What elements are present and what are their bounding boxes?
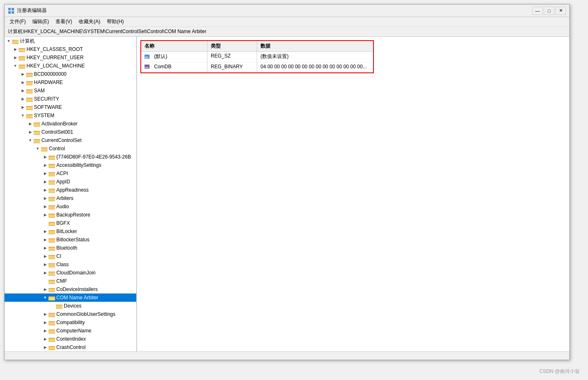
tree-node-class[interactable]: ▶ Class [5,260,136,269]
tree-node-control[interactable]: ▼ Control [5,144,136,153]
toggle-root[interactable]: ▼ [5,38,12,44]
tree-node-commonglobusersettings[interactable]: ▶ CommonGlobUserSettings [5,310,136,318]
tree-node-acpi[interactable]: ▶ ACPI [5,169,136,178]
toggle-hkcu[interactable]: ▶ [12,54,19,61]
tree-node-computername[interactable]: ▶ ComputerName [5,327,136,335]
toggle-codeviceinstallers[interactable]: ▶ [42,286,48,293]
folder-icon-control [41,146,48,152]
tree-node-bluetooth[interactable]: ▶ Bluetooth [5,244,136,252]
col-header-type[interactable]: 类型 [207,41,257,51]
tree-node-bgfx[interactable]: ▶ BGFX [5,219,136,227]
toggle-compatibility[interactable]: ▶ [42,319,48,326]
tree-node-bitlocker[interactable]: ▶ BitLocker [5,227,136,236]
toggle-appid[interactable]: ▶ [42,178,48,185]
menu-favorites[interactable]: 收藏夹(A) [75,17,104,26]
col-header-data[interactable]: 数据 [257,41,373,51]
svg-rect-54 [48,239,55,242]
svg-rect-28 [34,132,40,135]
folder-icon-codeviceinstallers [48,287,55,292]
tree-node-devices[interactable]: ▶ Devices [5,302,136,310]
toggle-audio[interactable]: ▶ [42,203,48,210]
toggle-bitlockerstatus[interactable]: ▶ [42,236,48,243]
tree-node-controlset001[interactable]: ▶ ControlSet001 [5,128,136,136]
tree-node-audio[interactable]: ▶ Audio [5,202,136,211]
toggle-hklm[interactable]: ▼ [12,63,19,69]
toggle-bcd[interactable]: ▶ [19,71,26,77]
toggle-controlset001[interactable]: ▶ [27,129,34,135]
minimize-button[interactable]: — [532,7,543,15]
toggle-contentindex[interactable]: ▶ [42,336,48,342]
tree-node-compatibility[interactable]: ▶ Compatibility [5,318,136,327]
tree-node-hardware[interactable]: ▶ HARDWARE [5,78,136,87]
toggle-sam[interactable]: ▶ [19,87,26,94]
toggle-hkcr[interactable]: ▶ [12,46,19,53]
toggle-clouddomainjoin[interactable]: ▶ [42,269,48,276]
tree-node-bcd[interactable]: ▶ BCD00000000 [5,70,136,78]
tree-node-codeviceinstallers[interactable]: ▶ CoDeviceInstallers [5,285,136,293]
tree-node-appreadiness[interactable]: ▶ AppReadiness [5,186,136,194]
tree-node-hkcr[interactable]: ▶ HKEY_CLASSES_ROOT [5,45,136,53]
toggle-software[interactable]: ▶ [19,104,26,111]
tree-node-crashcontrol[interactable]: ▶ CrashControl [5,343,136,351]
tree-node-comnamearbiter[interactable]: ▼ COM Name Arbiter [5,293,136,302]
menu-view[interactable]: 查看(V) [52,17,75,26]
toggle-class[interactable]: ▶ [42,261,48,268]
toggle-bitlocker[interactable]: ▶ [42,228,48,235]
tree-node-backuprestore[interactable]: ▶ BackupRestore [5,211,136,219]
tree-node-sam[interactable]: ▶ SAM [5,87,136,95]
toggle-hardware[interactable]: ▶ [19,79,26,86]
tree-node-system[interactable]: ▼ SYSTEM [5,111,136,120]
toggle-appreadiness[interactable]: ▶ [42,187,48,193]
tree-node-root[interactable]: ▼ 计算机 [5,37,136,45]
tree-panel[interactable]: ▼ 计算机 ▶ HKEY_CLASSES_ROOT ▶ H [5,37,137,351]
menu-edit[interactable]: 编辑(E) [29,17,52,26]
tree-label-system: SYSTEM [34,113,54,118]
menu-help[interactable]: 帮助(H) [104,17,127,26]
toggle-crashcontrol[interactable]: ▶ [42,344,48,351]
tree-node-contentindex[interactable]: ▶ ContentIndex [5,335,136,343]
tree-label-arbiters: Arbiters [56,195,73,201]
table-row[interactable]: ab (默认) REG_SZ (数值未设置) [141,52,373,63]
cell-name-default: ab (默认) [141,52,207,62]
tree-node-bitlockerstatus[interactable]: ▶ BitlockerStatus [5,236,136,244]
toggle-acpi[interactable]: ▶ [42,170,48,177]
tree-node-clouddomainjoin[interactable]: ▶ CloudDomainJoin [5,269,136,277]
toggle-accessibilitysettings[interactable]: ▶ [42,162,48,168]
tree-node-arbiters[interactable]: ▶ Arbiters [5,194,136,202]
table-row[interactable]: bin ComDB REG_BINARY 04 00 00 00 00 00 0… [141,63,373,72]
tree-node-software[interactable]: ▶ SOFTWARE [5,103,136,111]
tree-node-guid[interactable]: ▶ {7746D80F-97E0-4E26-9543-26B [5,153,136,161]
toggle-arbiters[interactable]: ▶ [42,195,48,202]
tree-node-appid[interactable]: ▶ AppID [5,178,136,186]
toggle-currentcontrolset[interactable]: ▼ [27,137,34,144]
col-header-name[interactable]: 名称 [141,41,207,51]
toggle-comnamearbiter[interactable]: ▼ [42,294,48,301]
tree-node-hklm[interactable]: ▼ HKEY_LOCAL_MACHINE [5,62,136,70]
toggle-bluetooth[interactable]: ▶ [42,245,48,251]
close-button[interactable]: ✕ [555,7,566,15]
toggle-backuprestore[interactable]: ▶ [42,212,48,218]
folder-icon-cmf [48,279,55,284]
toggle-ci[interactable]: ▶ [42,253,48,260]
toggle-security[interactable]: ▶ [19,96,26,102]
tree-label-comnamearbiter: COM Name Arbiter [56,295,98,301]
tree-node-security[interactable]: ▶ SECURITY [5,95,136,103]
toggle-activationbroker[interactable]: ▶ [27,120,34,127]
toggle-control[interactable]: ▼ [34,145,41,152]
toggle-commonglobusersettings[interactable]: ▶ [42,311,48,317]
menu-file[interactable]: 文件(F) [6,17,29,26]
toggle-computername[interactable]: ▶ [42,327,48,334]
main-content: ▼ 计算机 ▶ HKEY_CLASSES_ROOT ▶ H [5,37,569,351]
tree-node-activationbroker[interactable]: ▶ ActivationBroker [5,120,136,128]
app-icon [8,7,14,14]
folder-icon-class [48,262,55,267]
tree-node-ci[interactable]: ▶ CI [5,252,136,260]
tree-node-hkcu[interactable]: ▶ HKEY_CURRENT_USER [5,53,136,62]
tree-node-accessibilitysettings[interactable]: ▶ AccessibilitySettings [5,161,136,169]
tree-label-cmf: CMF [56,278,67,284]
toggle-guid[interactable]: ▶ [42,154,48,160]
tree-node-currentcontrolset[interactable]: ▼ CurrentControlSet [5,136,136,144]
toggle-system[interactable]: ▼ [19,112,26,119]
maximize-button[interactable]: □ [544,7,554,15]
tree-node-cmf[interactable]: ▶ CMF [5,277,136,285]
